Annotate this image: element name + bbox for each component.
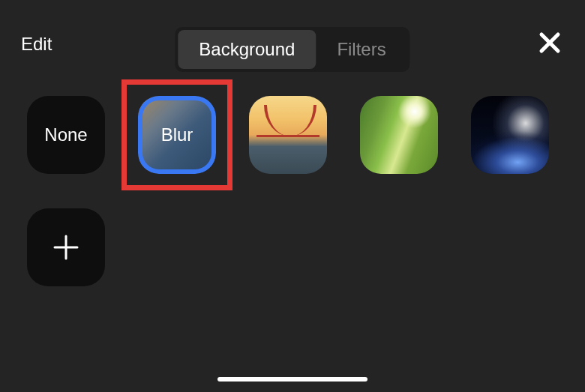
close-icon	[538, 31, 561, 54]
tab-background[interactable]: Background	[178, 30, 316, 69]
bridge-preview	[249, 96, 327, 174]
option-blur-label: Blur	[161, 124, 194, 145]
home-indicator[interactable]	[218, 377, 368, 382]
grass-preview	[360, 96, 438, 174]
close-button[interactable]	[536, 28, 564, 60]
background-options-row2	[0, 174, 585, 286]
earth-preview	[471, 96, 549, 174]
header: Edit Background Filters	[0, 0, 585, 73]
option-earth-wrap	[471, 96, 549, 174]
option-grass-wrap	[360, 96, 438, 174]
option-earth[interactable]	[471, 96, 549, 174]
option-none[interactable]: None	[27, 96, 105, 174]
add-background-button[interactable]	[27, 208, 105, 286]
option-none-wrap: None	[27, 96, 105, 174]
option-bridge[interactable]	[249, 96, 327, 174]
option-blur[interactable]: Blur	[138, 96, 216, 174]
tab-filters[interactable]: Filters	[316, 30, 406, 69]
option-blur-wrap: Blur	[138, 96, 216, 174]
edit-button[interactable]: Edit	[21, 34, 52, 55]
option-bridge-wrap	[249, 96, 327, 174]
option-grass[interactable]	[360, 96, 438, 174]
option-none-label: None	[44, 124, 87, 145]
option-add-wrap	[27, 208, 105, 286]
background-options: None Blur	[0, 73, 585, 174]
tabs: Background Filters	[175, 27, 410, 72]
plus-icon	[52, 233, 80, 262]
